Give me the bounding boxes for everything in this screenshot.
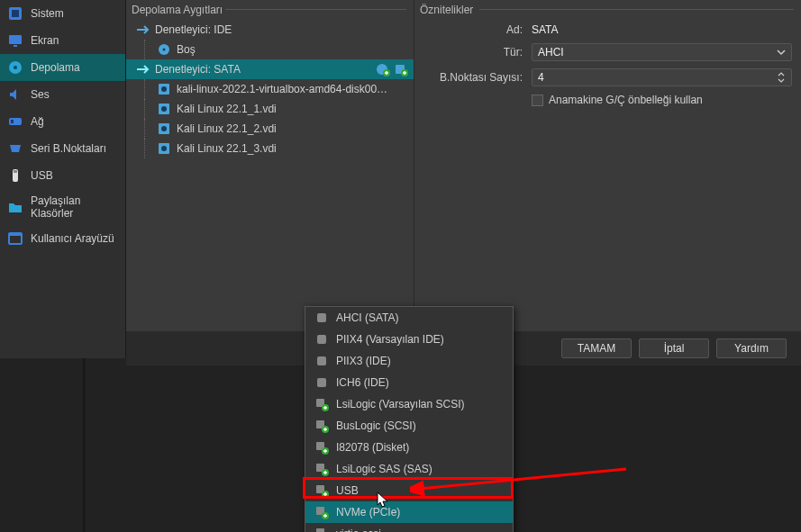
chip-icon [314, 375, 329, 390]
name-label: Ad: [423, 23, 523, 36]
menu-item-buslogic[interactable]: BusLogic (SCSI) [305, 415, 513, 437]
port-spinbox[interactable]: 4 [532, 68, 792, 86]
menu-label: PIIX4 (Varsayılan IDE) [336, 333, 444, 346]
sidebar-label: USB [31, 169, 53, 182]
add-controller-menu: AHCI (SATA) PIIX4 (Varsayılan IDE) PIIX3… [305, 306, 514, 532]
checkbox-icon [532, 95, 543, 106]
sidebar-item-shared[interactable]: Paylaşılan Klasörler [0, 189, 125, 225]
sidebar-item-serial[interactable]: Seri B.Noktaları [0, 135, 125, 162]
sidebar-item-storage[interactable]: Depolama [0, 54, 125, 81]
sidebar-item-ui[interactable]: Kullanıcı Arayüzü [0, 225, 125, 252]
sidebar-label: Ağ [31, 115, 44, 128]
ok-button[interactable]: TAMAM [561, 338, 632, 358]
sidebar-item-usb[interactable]: USB [0, 162, 125, 189]
help-button[interactable]: Yardım [716, 338, 787, 358]
menu-label: BusLogic (SCSI) [336, 419, 416, 432]
group-title-storage: Depolama Aygıtları [126, 0, 414, 16]
menu-item-piix3[interactable]: PIIX3 (IDE) [305, 350, 513, 372]
svg-point-19 [161, 86, 167, 92]
menu-item-lsilogic-sas[interactable]: LsiLogic SAS (SAS) [305, 458, 513, 480]
menu-label: NVMe (PCIe) [336, 506, 400, 518]
svg-rect-34 [317, 356, 326, 365]
audio-icon [7, 86, 23, 103]
svg-point-21 [161, 106, 167, 112]
add-hdd-icon[interactable] [394, 62, 408, 77]
chip-icon [314, 332, 329, 347]
menu-item-nvme[interactable]: NVMe (PCIe) [305, 501, 513, 523]
spin-arrows-icon [777, 71, 786, 84]
chip-plus-icon [314, 505, 329, 519]
network-icon [7, 113, 23, 130]
sata-disk-2[interactable]: Kali Linux 22.1_2.vdi [126, 119, 414, 139]
sidebar-item-network[interactable]: Ağ [0, 108, 125, 135]
controller-label: Denetleyici: IDE [155, 23, 232, 36]
hdd-icon [157, 82, 171, 96]
menu-item-virtio[interactable]: virtio-scsi [305, 523, 513, 532]
svg-rect-1 [12, 10, 19, 17]
cache-label: Anamakine G/Ç önbelleği kullan [549, 94, 703, 106]
chip-plus-icon [314, 397, 329, 411]
port-value: 4 [538, 71, 544, 84]
controller-label: Denetleyici: SATA [155, 63, 241, 76]
menu-item-lsilogic[interactable]: LsiLogic (Varsayılan SCSI) [305, 393, 513, 415]
sidebar-label: Depolama [31, 61, 80, 74]
menu-item-ich6[interactable]: ICH6 (IDE) [305, 372, 513, 393]
svg-rect-2 [9, 35, 22, 44]
menu-item-piix4[interactable]: PIIX4 (Varsayılan IDE) [305, 329, 513, 350]
disk-label: kali-linux-2022.1-virtualbox-amd64-disk0… [177, 83, 393, 95]
controller-sata[interactable]: Denetleyici: SATA [126, 59, 414, 79]
controller-icon [135, 23, 150, 37]
chip-plus-icon [314, 440, 329, 455]
menu-item-ahci[interactable]: AHCI (SATA) [305, 307, 513, 329]
disk-label: Kali Linux 22.1_2.vdi [177, 122, 277, 135]
menu-label: PIIX3 (IDE) [336, 355, 391, 367]
type-label: Tür: [423, 46, 523, 59]
chip-icon [314, 311, 329, 325]
ui-icon [7, 230, 23, 247]
chip-plus-icon [314, 462, 329, 476]
sidebar-label: Paylaşılan Klasörler [31, 194, 118, 220]
storage-icon [7, 59, 23, 76]
sidebar-label: Seri B.Noktaları [31, 142, 106, 155]
svg-rect-11 [9, 233, 22, 236]
attributes-grid: Ad: SATA Tür: AHCI B.Noktası Sayısı: 4 A… [414, 16, 801, 113]
svg-point-23 [161, 126, 167, 131]
menu-label: virtio-scsi [336, 527, 381, 532]
menu-label: ICH6 (IDE) [336, 376, 389, 389]
settings-body: Sistem Ekran Depolama Ses Ağ Seri B.Nokt… [0, 0, 801, 358]
sidebar-label: Ekran [31, 34, 59, 47]
svg-rect-9 [14, 170, 17, 173]
sata-disk-1[interactable]: Kali Linux 22.1_1.vdi [126, 99, 414, 119]
ide-empty-slot[interactable]: Boş [126, 40, 414, 59]
type-value: AHCI [538, 46, 564, 59]
menu-item-usb[interactable]: USB [305, 480, 513, 501]
system-icon [7, 5, 23, 22]
name-value[interactable]: SATA [532, 23, 792, 36]
sidebar-item-system[interactable]: Sistem [0, 0, 125, 27]
controller-icon [135, 62, 150, 77]
sidebar-label: Ses [31, 88, 50, 101]
host-cache-checkbox[interactable]: Anamakine G/Ç önbelleği kullan [532, 94, 792, 106]
menu-item-i82078[interactable]: I82078 (Disket) [305, 437, 513, 458]
display-icon [7, 32, 23, 49]
controller-ide[interactable]: Denetleyici: IDE [126, 20, 414, 40]
disk-label: Boş [177, 43, 196, 56]
type-select[interactable]: AHCI [532, 43, 792, 61]
serial-icon [7, 140, 23, 157]
port-label: B.Noktası Sayısı: [423, 71, 523, 84]
add-cd-icon[interactable] [376, 62, 390, 77]
sidebar-item-display[interactable]: Ekran [0, 27, 125, 54]
sidebar-item-audio[interactable]: Ses [0, 81, 125, 108]
svg-rect-3 [14, 45, 17, 47]
chip-plus-icon [314, 419, 329, 433]
chip-icon [314, 354, 329, 368]
cancel-button[interactable]: İptal [639, 338, 709, 358]
svg-rect-33 [317, 335, 326, 344]
chevron-down-icon [777, 48, 786, 57]
hdd-icon [157, 122, 171, 136]
menu-label: I82078 (Disket) [336, 441, 409, 454]
sata-disk-0[interactable]: kali-linux-2022.1-virtualbox-amd64-disk0… [126, 79, 414, 99]
sata-disk-3[interactable]: Kali Linux 22.1_3.vdi [126, 139, 414, 158]
chip-plus-icon [314, 483, 329, 498]
svg-rect-32 [317, 313, 326, 322]
